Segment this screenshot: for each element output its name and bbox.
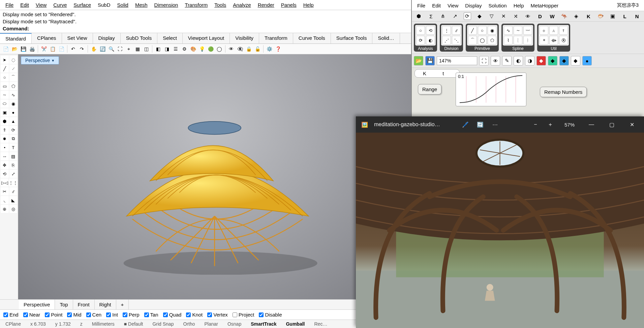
gh-comp-icon[interactable]: 〰 (523, 26, 532, 35)
viewport[interactable] (18, 54, 411, 299)
menu-transform[interactable]: Transform (181, 1, 211, 9)
copy-icon[interactable]: 📋 (49, 45, 56, 53)
osnap-tan[interactable]: Tan (144, 312, 158, 318)
close-icon[interactable]: ✕ (624, 119, 639, 130)
gh-tab-params-icon[interactable]: ⬢ (415, 12, 423, 20)
viewtab-perspective[interactable]: Perspective (19, 300, 55, 309)
gh-only-icon[interactable]: ◆ (548, 56, 557, 65)
osnap-quad[interactable]: Quad (163, 312, 182, 318)
shell-icon[interactable]: ◎ (9, 205, 18, 213)
zoom-extents-icon[interactable]: ⛶ (116, 45, 124, 53)
tab-standard[interactable]: Standard (0, 33, 32, 44)
gh-zoomext-icon[interactable]: ⛶ (479, 56, 489, 65)
viewtab-front[interactable]: Front (73, 300, 95, 309)
layers-icon[interactable]: ☰ (172, 45, 179, 53)
gh-save-icon[interactable]: 💾 (425, 56, 435, 65)
gh-canvas-tab[interactable]: K t (415, 69, 460, 78)
gh-solver-icon[interactable]: ● (582, 56, 592, 65)
gh-comp-icon[interactable]: ⟑ (549, 26, 558, 35)
gh-tab-vector-icon[interactable]: ↗ (452, 12, 459, 20)
gh-wire-icon[interactable]: ◑ (525, 56, 534, 65)
minimize-icon[interactable]: — (584, 119, 599, 130)
gh-tab-maths-icon[interactable]: Σ (427, 12, 435, 20)
viewport-icon[interactable]: ◫ (143, 45, 150, 53)
ellipse-icon[interactable]: ⬭ (1, 100, 9, 108)
tab-subdtools[interactable]: SubD Tools (121, 33, 157, 44)
gh-comp-icon[interactable]: ⋮ (442, 26, 451, 35)
polyline-icon[interactable]: ⟋ (9, 64, 18, 73)
tab-setview[interactable]: Set View (62, 33, 93, 44)
properties-icon[interactable]: ⚙ (181, 45, 188, 53)
gh-tab-transform-icon[interactable]: ⤨ (512, 12, 520, 20)
gh-shade-icon[interactable]: ◆ (536, 56, 546, 65)
gh-open-icon[interactable]: 📂 (414, 56, 423, 65)
gh-comp-icon[interactable]: ○ (416, 26, 425, 35)
status-ortho[interactable]: Ortho (181, 321, 197, 327)
text-icon[interactable]: T (9, 143, 18, 152)
gh-comp-icon[interactable]: ⫽ (452, 26, 461, 35)
tab-viewportlayout[interactable]: Viewport Layout (183, 33, 230, 44)
maximize-icon[interactable]: ▢ (604, 119, 619, 130)
undo-icon[interactable]: ↶ (69, 45, 77, 53)
box-icon[interactable]: ▣ (1, 108, 9, 116)
tab-curvetools[interactable]: Curve Tools (293, 33, 331, 44)
arc-icon[interactable]: ⌒ (9, 73, 18, 81)
gh-tab-intersect-icon[interactable]: ✕ (500, 12, 508, 20)
osnap-perp[interactable]: Perp (123, 312, 140, 318)
menu-tools[interactable]: Tools (211, 1, 229, 9)
osnap-int[interactable]: Int (106, 312, 118, 318)
line-icon[interactable]: ╱ (1, 64, 9, 73)
osnap-knot[interactable]: Knot (186, 312, 203, 318)
gh-comp-icon[interactable]: ◉ (488, 26, 496, 35)
gh-comp-icon[interactable]: ⋱ (452, 36, 461, 45)
status-planar[interactable]: Planar (202, 321, 220, 327)
raytrace-icon[interactable]: 💡 (198, 45, 206, 53)
photo-viewport[interactable] (356, 133, 644, 328)
tab-solid[interactable]: Solid… (372, 33, 400, 44)
cone-icon[interactable]: ▲ (9, 117, 18, 125)
zoom-window-icon[interactable]: 🔍 (108, 45, 115, 53)
hatch-icon[interactable]: ▨ (9, 152, 18, 160)
gh-tab-surface-icon[interactable]: ◆ (476, 12, 483, 20)
osnap-near[interactable]: Near (23, 312, 40, 318)
status-gridsnap[interactable]: Grid Snap (150, 321, 176, 327)
osnap-end[interactable]: End (3, 312, 19, 318)
gh-tab-n[interactable]: N (633, 12, 641, 20)
gh-comp-icon[interactable]: ∿ (504, 26, 513, 35)
gh-menu-view[interactable]: View (444, 1, 462, 10)
sphere-icon[interactable]: ● (9, 108, 18, 116)
gh-node-graph-mapper[interactable]: 0:1 (456, 73, 526, 106)
gh-node-range[interactable]: Range (418, 84, 441, 94)
gh-comp-icon[interactable]: ⦚ (514, 36, 522, 45)
render-icon[interactable]: 🎨 (189, 45, 197, 53)
viewport-label[interactable]: Perspective ▼ (21, 56, 59, 64)
photos-edit-icon[interactable]: 🖊️ (461, 120, 470, 129)
tab-select[interactable]: Select (157, 33, 183, 44)
save-icon[interactable]: 💾 (20, 45, 27, 53)
gh-tab-curve-icon[interactable]: ⟳ (464, 12, 471, 20)
mirror-icon[interactable]: ▷◁ (1, 179, 8, 187)
gh-canvas[interactable]: K t Range 0:1 Remap Numbers (412, 68, 644, 116)
gh-sketch-icon[interactable]: ✎ (502, 56, 512, 65)
gh-comp-icon[interactable]: ⟐ (540, 26, 548, 35)
osnap-mid[interactable]: Mid (67, 312, 81, 318)
gh-tab-l[interactable]: L (621, 12, 628, 20)
osnap-point[interactable]: Point (45, 312, 62, 318)
new-icon[interactable]: 📄 (2, 45, 9, 53)
viewtab-top[interactable]: Top (55, 300, 73, 309)
photos-rotate-icon[interactable]: 🔄 (476, 120, 485, 129)
gh-menu-file[interactable]: File (414, 1, 429, 10)
osnap-cen[interactable]: Cen (86, 312, 102, 318)
menu-surface[interactable]: Surface (70, 1, 94, 9)
menu-solid[interactable]: Solid (114, 1, 132, 9)
gh-comp-icon[interactable]: ⌒ (468, 36, 477, 45)
revolve-icon[interactable]: ⟳ (9, 126, 18, 134)
gh-tab-k[interactable]: K (585, 12, 592, 20)
chamfer-icon[interactable]: ◣ (9, 196, 18, 204)
cylinder-icon[interactable]: ⬢ (1, 117, 9, 125)
viewtab-add[interactable]: + (116, 300, 129, 309)
show-icon[interactable]: 👁‍🗨 (236, 45, 244, 53)
rectangle-icon[interactable]: ▭ (1, 82, 9, 90)
polygon-icon[interactable]: ⬠ (9, 82, 18, 90)
status-osnap[interactable]: Osnap (225, 321, 243, 327)
